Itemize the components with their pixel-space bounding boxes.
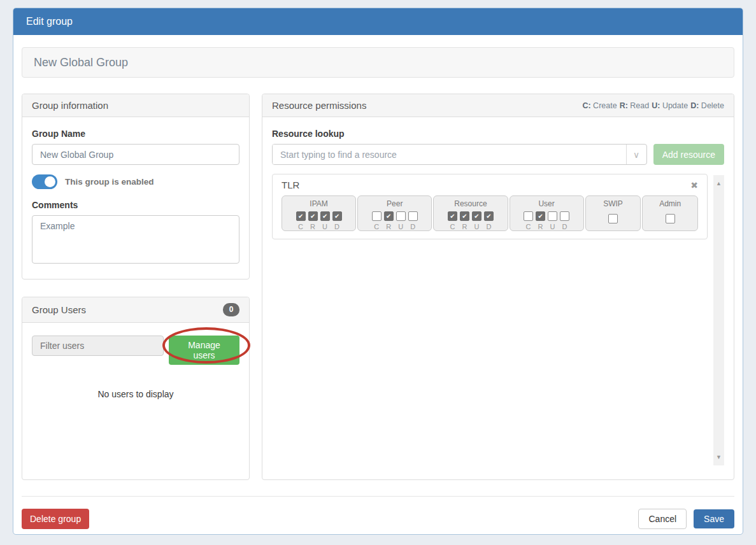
panel-title: Group information: [32, 100, 108, 111]
peer-c-checkbox[interactable]: [372, 211, 382, 221]
remove-resource-icon[interactable]: ✖: [690, 180, 698, 190]
scroll-down-icon[interactable]: ▼: [713, 454, 724, 460]
user-d-checkbox[interactable]: [560, 211, 569, 221]
user-r-checkbox[interactable]: ✔: [536, 211, 545, 221]
resource-lookup-combo: ∨: [272, 144, 647, 165]
permission-groups-row: IPAM✔✔✔✔CRUDPeer✔CRUDResource✔✔✔✔CRUDUse…: [282, 195, 698, 231]
crud-letters: CRUD: [446, 223, 495, 230]
group-information-panel: Group information Group Name This group …: [22, 94, 250, 280]
resource-card: TLR ✖ IPAM✔✔✔✔CRUDPeer✔CRUDResource✔✔✔✔C…: [272, 174, 708, 239]
swip-enabled-checkbox[interactable]: [608, 214, 618, 223]
permission-group-admin: Admin: [642, 195, 698, 231]
group-users-header: Group Users 0: [22, 297, 249, 323]
resource-permissions-panel: Resource permissions C: CreateR: ReadU: …: [262, 94, 734, 480]
resource-lookup-input[interactable]: [273, 145, 626, 164]
resource-permissions-header: Resource permissions C: CreateR: ReadU: …: [262, 94, 734, 117]
ipam-d-checkbox[interactable]: ✔: [332, 211, 342, 221]
permission-group-ipam: IPAM✔✔✔✔CRUD: [282, 195, 356, 231]
comments-textarea[interactable]: Example: [32, 215, 239, 264]
left-column: Group information Group Name This group …: [22, 94, 250, 480]
dialog-title: Edit group: [26, 16, 73, 27]
ipam-r-checkbox[interactable]: ✔: [308, 211, 318, 221]
resource-name: TLR: [282, 180, 299, 190]
add-resource-button[interactable]: Add resource: [653, 144, 724, 165]
dialog-footer: Delete group Cancel Save: [22, 496, 734, 529]
panel-title: Group Users: [32, 304, 86, 315]
crud-letters: CRUD: [522, 223, 571, 230]
cancel-button[interactable]: Cancel: [638, 509, 687, 529]
panel-title: Resource permissions: [272, 100, 366, 111]
enabled-label: This group is enabled: [65, 177, 154, 187]
crud-legend: C: CreateR: ReadU: UpdateD: Delete: [580, 101, 724, 110]
filter-users-input[interactable]: [32, 336, 164, 356]
group-title-text: New Global Group: [34, 56, 128, 69]
manage-users-button[interactable]: Manage users: [169, 336, 239, 365]
permission-category-label: SWIP: [603, 199, 623, 208]
crud-letters: CRUD: [371, 223, 419, 230]
permission-category-label: IPAM: [310, 199, 327, 208]
resource-d-checkbox[interactable]: ✔: [484, 211, 494, 221]
resource-list: TLR ✖ IPAM✔✔✔✔CRUDPeer✔CRUDResource✔✔✔✔C…: [272, 174, 724, 465]
chevron-down-icon[interactable]: ∨: [626, 145, 646, 164]
ipam-c-checkbox[interactable]: ✔: [296, 211, 306, 221]
toggle-knob: [45, 176, 55, 187]
permission-group-resource: Resource✔✔✔✔CRUD: [433, 195, 508, 231]
edit-group-dialog: Edit group New Global Group Group inform…: [13, 8, 743, 535]
user-u-checkbox[interactable]: [548, 211, 557, 221]
comments-label: Comments: [32, 200, 239, 210]
resource-lookup-label: Resource lookup: [272, 129, 724, 139]
group-information-header: Group information: [22, 94, 249, 117]
permission-group-peer: Peer✔CRUD: [357, 195, 432, 231]
permission-group-user: User✔CRUD: [510, 195, 584, 231]
resource-r-checkbox[interactable]: ✔: [460, 211, 469, 221]
content-columns: Group information Group Name This group …: [22, 94, 734, 480]
no-users-message: No users to display: [32, 389, 239, 399]
enabled-toggle-row: This group is enabled: [32, 174, 239, 189]
user-count-badge: 0: [223, 303, 239, 316]
admin-enabled-checkbox[interactable]: [666, 214, 675, 223]
resource-c-checkbox[interactable]: ✔: [448, 211, 457, 221]
ipam-u-checkbox[interactable]: ✔: [320, 211, 330, 221]
group-users-panel: Group Users 0 Manage users No users to d…: [22, 297, 250, 480]
crud-letters: CRUD: [295, 223, 343, 230]
user-c-checkbox[interactable]: [524, 211, 533, 221]
save-button[interactable]: Save: [694, 509, 734, 528]
permission-category-label: Peer: [387, 199, 403, 208]
peer-u-checkbox[interactable]: [396, 211, 406, 221]
group-name-label: Group Name: [32, 129, 239, 139]
permission-group-swip: SWIP: [585, 195, 641, 231]
resource-u-checkbox[interactable]: ✔: [472, 211, 481, 221]
peer-d-checkbox[interactable]: [408, 211, 418, 221]
permission-category-label: User: [538, 199, 554, 208]
peer-r-checkbox[interactable]: ✔: [384, 211, 394, 221]
scrollbar[interactable]: ▲ ▼: [713, 175, 724, 465]
group-enabled-toggle[interactable]: [32, 174, 57, 189]
scroll-up-icon[interactable]: ▲: [713, 180, 724, 187]
permission-category-label: Resource: [454, 199, 487, 208]
group-title-box: New Global Group: [22, 47, 734, 78]
dialog-body: New Global Group Group information Group…: [13, 35, 743, 536]
permission-category-label: Admin: [659, 199, 681, 208]
delete-group-button[interactable]: Delete group: [22, 509, 89, 529]
group-name-input[interactable]: [32, 144, 239, 165]
dialog-title-bar: Edit group: [13, 8, 743, 35]
